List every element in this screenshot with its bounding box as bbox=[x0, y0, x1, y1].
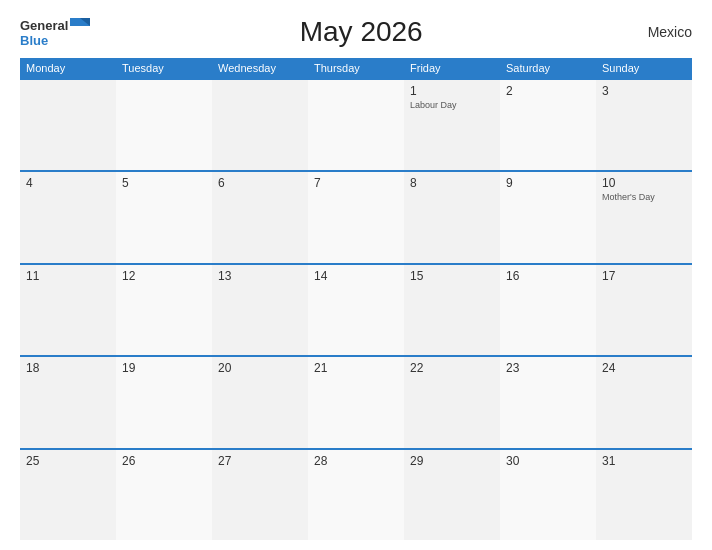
day-number: 4 bbox=[26, 176, 110, 190]
calendar-day: 17 bbox=[596, 265, 692, 355]
day-number: 31 bbox=[602, 454, 686, 468]
calendar-day bbox=[20, 80, 116, 170]
country-label: Mexico bbox=[632, 24, 692, 40]
calendar: MondayTuesdayWednesdayThursdayFridaySatu… bbox=[20, 58, 692, 540]
calendar-day: 12 bbox=[116, 265, 212, 355]
day-number: 30 bbox=[506, 454, 590, 468]
day-event: Labour Day bbox=[410, 100, 494, 111]
calendar-day: 30 bbox=[500, 450, 596, 540]
calendar-page: General Blue May 2026 Mexico MondayTuesd… bbox=[0, 0, 712, 550]
day-number: 20 bbox=[218, 361, 302, 375]
calendar-day: 5 bbox=[116, 172, 212, 262]
calendar-week: 45678910Mother's Day bbox=[20, 170, 692, 262]
calendar-day: 6 bbox=[212, 172, 308, 262]
day-number: 1 bbox=[410, 84, 494, 98]
day-number: 28 bbox=[314, 454, 398, 468]
weekday-header: Thursday bbox=[308, 58, 404, 78]
day-number: 16 bbox=[506, 269, 590, 283]
calendar-day bbox=[116, 80, 212, 170]
day-number: 9 bbox=[506, 176, 590, 190]
calendar-day: 3 bbox=[596, 80, 692, 170]
day-number: 6 bbox=[218, 176, 302, 190]
day-number: 29 bbox=[410, 454, 494, 468]
logo: General Blue bbox=[20, 18, 90, 47]
weekday-header: Friday bbox=[404, 58, 500, 78]
calendar-week: 11121314151617 bbox=[20, 263, 692, 355]
calendar-day: 14 bbox=[308, 265, 404, 355]
day-number: 13 bbox=[218, 269, 302, 283]
day-number: 23 bbox=[506, 361, 590, 375]
day-number: 7 bbox=[314, 176, 398, 190]
day-number: 8 bbox=[410, 176, 494, 190]
calendar-day: 7 bbox=[308, 172, 404, 262]
calendar-day: 20 bbox=[212, 357, 308, 447]
calendar-week: 25262728293031 bbox=[20, 448, 692, 540]
day-number: 25 bbox=[26, 454, 110, 468]
calendar-day: 18 bbox=[20, 357, 116, 447]
day-number: 19 bbox=[122, 361, 206, 375]
day-number: 3 bbox=[602, 84, 686, 98]
calendar-day: 22 bbox=[404, 357, 500, 447]
weekday-header: Monday bbox=[20, 58, 116, 78]
calendar-day: 21 bbox=[308, 357, 404, 447]
calendar-day: 4 bbox=[20, 172, 116, 262]
day-number: 24 bbox=[602, 361, 686, 375]
calendar-day: 15 bbox=[404, 265, 500, 355]
day-number: 26 bbox=[122, 454, 206, 468]
logo-flag-icon bbox=[70, 18, 90, 34]
day-number: 17 bbox=[602, 269, 686, 283]
calendar-week: 1Labour Day23 bbox=[20, 78, 692, 170]
calendar-day: 11 bbox=[20, 265, 116, 355]
calendar-week: 18192021222324 bbox=[20, 355, 692, 447]
calendar-day: 26 bbox=[116, 450, 212, 540]
day-number: 10 bbox=[602, 176, 686, 190]
calendar-day: 28 bbox=[308, 450, 404, 540]
calendar-day bbox=[308, 80, 404, 170]
calendar-day: 31 bbox=[596, 450, 692, 540]
day-number: 11 bbox=[26, 269, 110, 283]
day-number: 14 bbox=[314, 269, 398, 283]
day-number: 12 bbox=[122, 269, 206, 283]
page-title: May 2026 bbox=[90, 16, 632, 48]
calendar-day: 23 bbox=[500, 357, 596, 447]
calendar-day: 24 bbox=[596, 357, 692, 447]
calendar-day: 2 bbox=[500, 80, 596, 170]
calendar-day: 19 bbox=[116, 357, 212, 447]
calendar-day bbox=[212, 80, 308, 170]
logo-blue: Blue bbox=[20, 34, 48, 47]
day-number: 15 bbox=[410, 269, 494, 283]
calendar-day: 9 bbox=[500, 172, 596, 262]
day-event: Mother's Day bbox=[602, 192, 686, 203]
calendar-day: 1Labour Day bbox=[404, 80, 500, 170]
day-number: 22 bbox=[410, 361, 494, 375]
weekday-header: Tuesday bbox=[116, 58, 212, 78]
page-header: General Blue May 2026 Mexico bbox=[20, 16, 692, 48]
day-number: 27 bbox=[218, 454, 302, 468]
weekday-header: Saturday bbox=[500, 58, 596, 78]
calendar-day: 16 bbox=[500, 265, 596, 355]
day-number: 5 bbox=[122, 176, 206, 190]
calendar-day: 13 bbox=[212, 265, 308, 355]
calendar-header: MondayTuesdayWednesdayThursdayFridaySatu… bbox=[20, 58, 692, 78]
calendar-day: 25 bbox=[20, 450, 116, 540]
day-number: 18 bbox=[26, 361, 110, 375]
weekday-header: Wednesday bbox=[212, 58, 308, 78]
day-number: 2 bbox=[506, 84, 590, 98]
calendar-day: 8 bbox=[404, 172, 500, 262]
calendar-day: 10Mother's Day bbox=[596, 172, 692, 262]
calendar-day: 27 bbox=[212, 450, 308, 540]
day-number: 21 bbox=[314, 361, 398, 375]
logo-general: General bbox=[20, 19, 68, 32]
calendar-day: 29 bbox=[404, 450, 500, 540]
calendar-body: 1Labour Day2345678910Mother's Day1112131… bbox=[20, 78, 692, 540]
weekday-header: Sunday bbox=[596, 58, 692, 78]
